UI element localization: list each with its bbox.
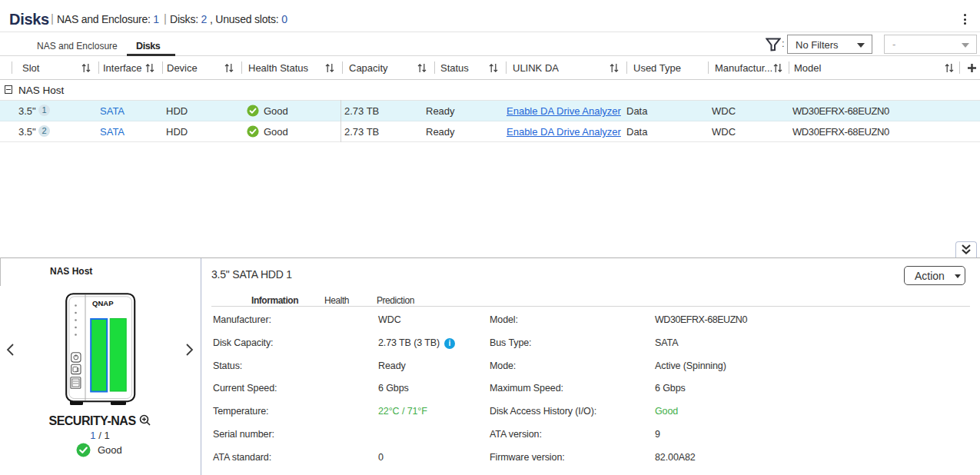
svg-text:QNAP: QNAP [92,299,114,307]
